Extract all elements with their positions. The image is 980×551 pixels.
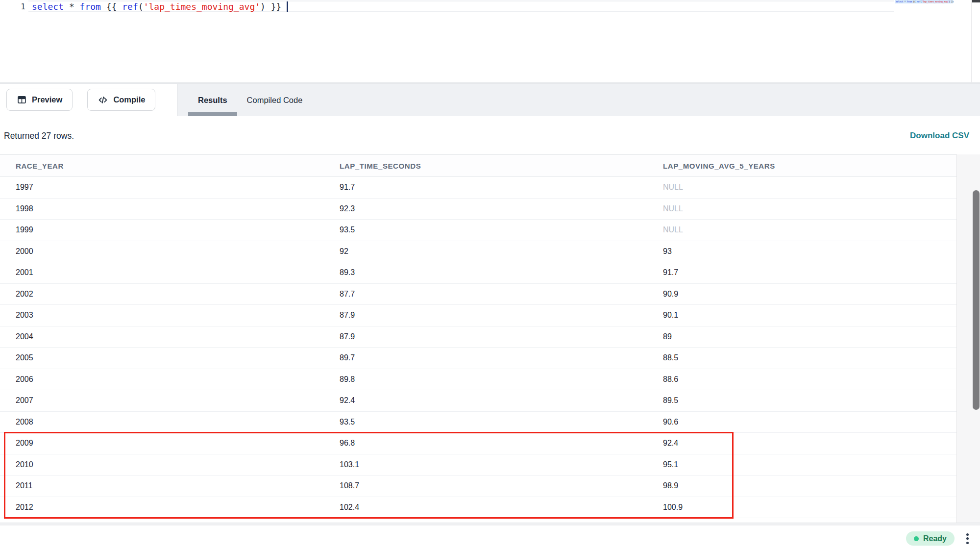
table-cell: 2004 xyxy=(16,332,340,341)
table-grid-icon xyxy=(17,95,27,105)
toolbar-buttons: Preview Compile xyxy=(6,89,155,111)
table-cell: 93.5 xyxy=(340,418,663,426)
table-cell: 87.9 xyxy=(340,332,663,341)
table-cell: 2007 xyxy=(16,396,340,405)
green-dot-icon xyxy=(914,536,919,541)
table-cell: 95.1 xyxy=(663,460,956,469)
sql-code-text: select * from {{ ref('lap_times_moving_a… xyxy=(32,1,281,13)
table-cell: 90.6 xyxy=(663,418,956,426)
results-tabbar: Results Compiled Code xyxy=(177,84,980,116)
minimap[interactable]: select * from {{ ref('lap_times_moving_a… xyxy=(895,0,971,82)
table-cell: 93 xyxy=(663,247,956,256)
table-cell: 92.4 xyxy=(340,396,663,405)
table-cell: 87.9 xyxy=(340,311,663,320)
results-table-body: 199791.7NULL199892.3NULL199993.5NULL2000… xyxy=(0,177,956,518)
download-csv-link[interactable]: Download CSV xyxy=(910,131,969,141)
results-meta-row: Returned 27 rows. Download CSV xyxy=(0,116,980,154)
status-badge-label: Ready xyxy=(923,534,947,543)
table-cell: 96.8 xyxy=(340,439,663,448)
tab-compiled-code-label: Compiled Code xyxy=(247,96,303,105)
table-cell: 2008 xyxy=(16,418,340,426)
table-row: 200387.990.1 xyxy=(0,305,956,326)
overflow-menu-button[interactable] xyxy=(963,531,971,546)
tab-results-label: Results xyxy=(198,96,227,105)
table-cell: 89.8 xyxy=(340,375,663,384)
table-cell: 93.5 xyxy=(340,225,663,234)
sql-code-line[interactable]: select * from {{ ref('lap_times_moving_a… xyxy=(32,1,288,13)
table-cell: NULL xyxy=(663,204,956,213)
results-scrollbar-thumb[interactable] xyxy=(973,190,980,410)
column-header-lap-time-seconds: LAP_TIME_SECONDS xyxy=(340,162,663,170)
table-row: 200589.788.5 xyxy=(0,348,956,369)
preview-button[interactable]: Preview xyxy=(6,89,73,111)
table-cell: 2003 xyxy=(16,311,340,320)
table-cell: 90.1 xyxy=(663,311,956,320)
table-cell: 103.1 xyxy=(340,460,663,469)
table-cell: 2010 xyxy=(16,460,340,469)
tab-compiled-code[interactable]: Compiled Code xyxy=(237,84,313,116)
text-cursor xyxy=(287,1,288,12)
table-cell: 2012 xyxy=(16,503,340,512)
table-cell: 89.3 xyxy=(340,268,663,277)
table-row: 20009293 xyxy=(0,241,956,263)
table-row: 200689.888.6 xyxy=(0,369,956,391)
kebab-menu-icon xyxy=(966,533,969,536)
table-cell: 88.5 xyxy=(663,353,956,362)
table-cell: NULL xyxy=(663,225,956,234)
table-cell: 90.9 xyxy=(663,290,956,299)
minimap-code-line: select * from {{ ref('lap_times_moving_a… xyxy=(896,0,954,3)
table-cell: 98.9 xyxy=(663,481,956,490)
row-count-summary: Returned 27 rows. xyxy=(4,131,74,141)
table-cell: 92.4 xyxy=(663,439,956,448)
compile-button[interactable]: Compile xyxy=(87,89,155,111)
table-row: 199993.5NULL xyxy=(0,220,956,241)
table-cell: 2005 xyxy=(16,353,340,362)
results-toolbar: Preview Compile Results Compile xyxy=(0,84,980,116)
column-header-race-year: RACE_YEAR xyxy=(16,162,340,170)
column-header-lap-moving-avg: LAP_MOVING_AVG_5_YEARS xyxy=(663,162,956,170)
table-row: 2010103.195.1 xyxy=(0,454,956,476)
table-cell: 92 xyxy=(340,247,663,256)
editor-scrollbar-thumb[interactable] xyxy=(972,0,980,2)
table-row: 200189.391.7 xyxy=(0,262,956,284)
table-cell: 2011 xyxy=(16,481,340,490)
table-row: 200287.790.9 xyxy=(0,284,956,305)
preview-button-label: Preview xyxy=(32,95,62,104)
table-row: 2011108.798.9 xyxy=(0,476,956,497)
table-cell: 1998 xyxy=(16,204,340,213)
table-row: 200792.489.5 xyxy=(0,390,956,412)
code-editor-pane[interactable]: 1 select * from {{ ref('lap_times_moving… xyxy=(0,0,980,82)
table-cell: 2006 xyxy=(16,375,340,384)
compile-button-label: Compile xyxy=(113,95,145,104)
results-table: RACE_YEAR LAP_TIME_SECONDS LAP_MOVING_AV… xyxy=(0,154,956,518)
table-cell: 100.9 xyxy=(663,503,956,512)
code-brackets-icon xyxy=(98,95,108,105)
table-cell: 91.7 xyxy=(340,183,663,192)
table-row: 200893.590.6 xyxy=(0,412,956,433)
table-cell: 91.7 xyxy=(663,268,956,277)
table-cell: 108.7 xyxy=(340,481,663,490)
table-cell: 89.5 xyxy=(663,396,956,405)
results-scrollbar-track[interactable] xyxy=(956,154,980,523)
table-cell: 2002 xyxy=(16,290,340,299)
results-table-header: RACE_YEAR LAP_TIME_SECONDS LAP_MOVING_AV… xyxy=(0,155,956,177)
active-tab-underline xyxy=(188,112,237,116)
table-cell: 1997 xyxy=(16,183,340,192)
table-cell: 1999 xyxy=(16,225,340,234)
line-number: 1 xyxy=(15,1,25,12)
table-cell: 87.7 xyxy=(340,290,663,299)
table-row: 199892.3NULL xyxy=(0,199,956,220)
status-badge: Ready xyxy=(906,531,955,546)
table-cell: 92.3 xyxy=(340,204,663,213)
table-row: 200487.989 xyxy=(0,326,956,348)
table-cell: NULL xyxy=(663,183,956,192)
table-cell: 89.7 xyxy=(340,353,663,362)
editor-scrollbar-track xyxy=(971,0,972,82)
table-cell: 2009 xyxy=(16,439,340,448)
table-cell: 88.6 xyxy=(663,375,956,384)
table-cell: 89 xyxy=(663,332,956,341)
status-bar: Ready xyxy=(0,526,980,551)
table-cell: 2001 xyxy=(16,268,340,277)
tab-results[interactable]: Results xyxy=(188,84,237,116)
dbt-ide-window: 1 select * from {{ ref('lap_times_moving… xyxy=(0,0,980,551)
